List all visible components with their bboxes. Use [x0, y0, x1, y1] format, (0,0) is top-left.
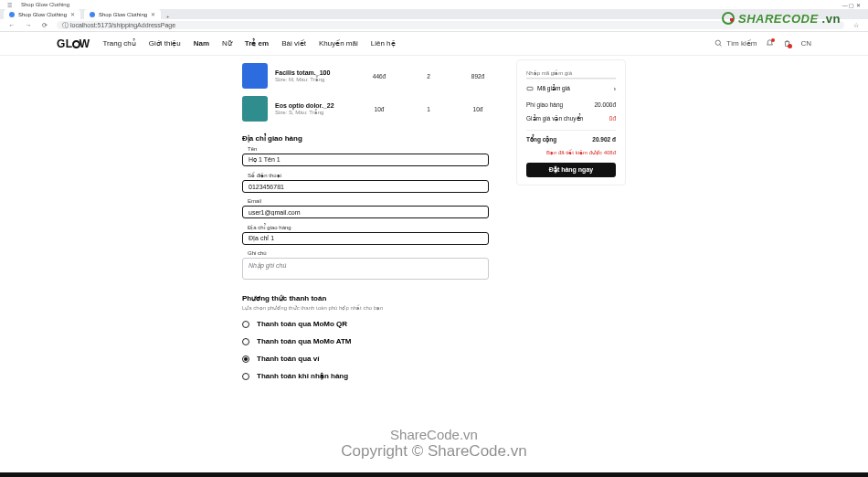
cart-item: Facilis totam._100 Size: M, Màu: Trắng 4… — [242, 59, 489, 92]
item-qty: 1 — [418, 106, 439, 112]
svg-rect-2 — [527, 87, 533, 90]
product-thumb — [242, 63, 268, 89]
ticket-icon — [526, 85, 534, 92]
email-label: Email — [248, 198, 489, 204]
radio-icon — [242, 355, 249, 363]
payment-subtitle: Lựa chọn phương thức thanh toán phù hợp … — [242, 304, 489, 311]
place-order-button[interactable]: Đặt hàng ngay — [526, 163, 616, 177]
payment-method-1[interactable]: Thanh toán qua MoMo ATM — [242, 337, 489, 345]
search-button[interactable]: Tìm kiếm — [715, 39, 757, 48]
saving-text: Bạn đã tiết kiệm được 408đ — [526, 149, 616, 155]
name-input[interactable] — [242, 154, 489, 166]
page-content: Facilis totam._100 Size: M, Màu: Trắng 4… — [0, 56, 868, 389]
shipdisc-label: Giảm giá vận chuyển — [526, 115, 583, 122]
discount-label: Mã giảm giá — [537, 85, 570, 92]
nav-contact[interactable]: Liên hệ — [371, 39, 396, 48]
item-price: 10đ — [368, 106, 390, 112]
notification-badge — [771, 38, 775, 42]
ship-label: Phí giao hàng — [526, 101, 563, 108]
tab-favicon — [90, 12, 95, 17]
name-label: Tên — [248, 146, 489, 152]
address-label: Địa chỉ giao hàng — [248, 224, 489, 230]
os-taskbar[interactable] — [0, 472, 868, 477]
email-input[interactable] — [242, 206, 489, 218]
nav-men[interactable]: Nam — [194, 39, 209, 48]
search-icon — [715, 39, 723, 48]
browser-tab-2[interactable]: Shop Glow Clothing ✕ — [84, 9, 161, 19]
radio-icon — [242, 373, 249, 380]
cart-badge — [788, 44, 792, 48]
note-input[interactable] — [242, 258, 489, 280]
product-name: Facilis totam._100 — [275, 69, 361, 76]
product-thumb — [242, 96, 268, 122]
new-tab-button[interactable]: + — [166, 14, 170, 19]
browser-tab-1[interactable]: Shop Glow Clothing ✕ — [4, 9, 80, 19]
note-label: Ghi chú — [248, 250, 489, 256]
nav-blog[interactable]: Bài viết — [281, 39, 306, 48]
nav-forward-button[interactable]: → — [24, 21, 33, 30]
nav-back-button[interactable]: ← — [7, 21, 16, 30]
nav-reload-button[interactable]: ⟳ — [40, 21, 49, 30]
watermark-sharecode: SHARECODE.vn — [722, 10, 868, 26]
tab-favicon — [9, 12, 15, 17]
discount-row[interactable]: Mã giảm giá › — [526, 79, 616, 98]
payment-method-0[interactable]: Thanh toán qua MoMo QR — [242, 320, 489, 328]
sharecode-logo-icon — [722, 12, 735, 25]
item-qty: 2 — [418, 73, 439, 80]
payment-method-label: Thanh toán qua ví — [257, 355, 319, 363]
nav-sale[interactable]: Khuyến mãi — [319, 39, 358, 48]
window-titlebar: ☰ Shop Glow Clothing — ▢ ✕ — [0, 0, 868, 9]
product-name: Eos optio dolor._22 — [275, 102, 361, 109]
payment-method-3[interactable]: Thanh toán khi nhận hàng — [242, 372, 489, 380]
address-input[interactable] — [242, 232, 489, 245]
total-value: 20.902 đ — [592, 136, 616, 143]
product-variant: Size: S, Màu: Trắng — [275, 109, 361, 115]
tab-title: Shop Glow Clothing — [18, 12, 67, 17]
phone-input[interactable] — [242, 180, 489, 193]
radio-icon — [242, 321, 249, 328]
site-header: GLW Trang chủ Giới thiệu Nam Nữ Trẻ em B… — [0, 32, 868, 56]
order-summary-card: Mã giảm giá › Phí giao hàng 20.000đ Giảm… — [516, 59, 626, 186]
watermark-footer: ShareCode.vn Copyright © ShareCode.vn — [0, 427, 868, 461]
chevron-right-icon: › — [614, 86, 616, 92]
cart-button[interactable] — [783, 39, 791, 48]
payment-method-2[interactable]: Thanh toán qua ví — [242, 355, 489, 363]
tab-close-icon[interactable]: ✕ — [151, 11, 155, 17]
shipping-title: Địa chỉ giao hàng — [242, 134, 489, 143]
ship-value: 20.000đ — [595, 101, 617, 108]
info-icon: ⓘ — [62, 21, 69, 30]
nav-home[interactable]: Trang chủ — [103, 39, 136, 48]
radio-icon — [242, 338, 249, 345]
account-label[interactable]: CN — [800, 39, 811, 48]
payment-method-label: Thanh toán qua MoMo QR — [257, 320, 347, 328]
url-text: localhost:5173/shippingAddressPage — [70, 22, 175, 28]
phone-label: Số điện thoại — [248, 172, 489, 178]
item-price: 446đ — [368, 73, 390, 80]
window-controls[interactable]: — ▢ ✕ — [842, 2, 861, 8]
shipdisc-value: 0đ — [609, 115, 616, 122]
svg-point-0 — [715, 40, 720, 45]
item-total: 10đ — [467, 106, 489, 112]
nav-kids[interactable]: Trẻ em — [245, 39, 269, 48]
payment-title: Phương thức thanh toán — [242, 294, 489, 302]
item-total: 892đ — [467, 73, 489, 80]
search-label: Tìm kiếm — [726, 39, 757, 48]
window-title: Shop Glow Clothing — [21, 2, 69, 7]
discount-code-input[interactable] — [526, 68, 616, 79]
nav-about[interactable]: Giới thiệu — [149, 39, 181, 48]
window-menu-icon[interactable]: ☰ — [7, 2, 12, 8]
notifications-button[interactable] — [766, 39, 774, 48]
tab-title: Shop Glow Clothing — [99, 12, 147, 17]
tab-close-icon[interactable]: ✕ — [70, 11, 75, 17]
svg-line-1 — [720, 45, 722, 47]
cart-item: Eos optio dolor._22 Size: S, Màu: Trắng … — [242, 92, 489, 125]
nav-women[interactable]: Nữ — [222, 39, 232, 48]
payment-method-label: Thanh toán khi nhận hàng — [257, 372, 348, 380]
total-label: Tổng cộng — [526, 136, 556, 143]
site-logo[interactable]: GLW — [57, 37, 90, 50]
product-variant: Size: M, Màu: Trắng — [275, 76, 361, 82]
payment-method-label: Thanh toán qua MoMo ATM — [257, 337, 352, 345]
